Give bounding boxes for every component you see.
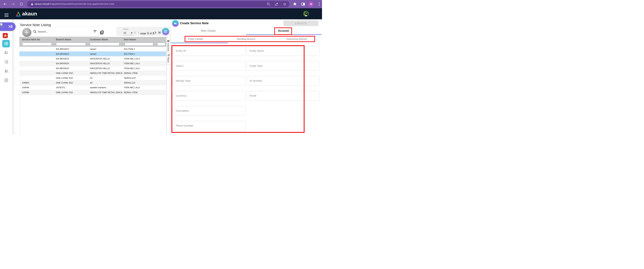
brand-wordmark: akaun [22, 11, 37, 16]
cell-customer: GRACEPOS HELLO [90, 61, 124, 66]
search-box[interactable]: Search... [29, 27, 98, 36]
table-body: IDA BRANCHname1IDA ITEM 2IDA BRANCHname1… [19, 47, 166, 95]
subtabs-highlight [185, 36, 315, 42]
add-service-note-button[interactable] [22, 28, 31, 37]
zoom-out-icon[interactable] [266, 1, 270, 7]
cell-no [22, 47, 56, 51]
person-group-icon [4, 70, 8, 72]
column-divider [153, 38, 154, 46]
select-dropdown-arrow[interactable] [130, 32, 133, 34]
sidebar-item-contacts[interactable] [0, 70, 12, 72]
cell-branch: 1NTEST1 [56, 85, 90, 90]
column-divider [122, 38, 122, 46]
cell-customer: wavelet solutions [90, 85, 124, 90]
cell-branch: ONE LIVING SS2 [56, 80, 90, 85]
column-filter-input-5[interactable] [157, 42, 165, 46]
cell-item: SERIAL-ITEM [124, 90, 158, 95]
table-row[interactable]: IDA BRANCHGRACEPOS HELLOITEM ABC LALA [19, 56, 166, 61]
table-row[interactable]: ONE LIVING SS2JHSERIAL123* [19, 76, 166, 80]
menu-dots-icon[interactable] [318, 1, 320, 7]
next-page-icon[interactable] [155, 31, 156, 34]
cell-branch: IDA BRANCH [56, 66, 90, 71]
cell-item: ITEM ABC LALA [124, 56, 158, 61]
tab-columns[interactable]: Columns [167, 39, 170, 53]
column-filter-input-4[interactable] [125, 42, 153, 46]
browser-profile-avatar[interactable]: N [308, 2, 314, 6]
column-filter-input-2[interactable] [56, 42, 86, 46]
column-header-branch-name[interactable]: Branch Name [56, 37, 71, 42]
extensions-puzzle-icon[interactable] [293, 1, 297, 7]
prev-page-icon[interactable] [138, 31, 140, 34]
rows-per-page-select[interactable]: 10 [123, 31, 126, 34]
bullet-list-icon [4, 60, 8, 63]
sidebar-item-customers[interactable] [0, 51, 12, 54]
last-page-icon[interactable] [158, 31, 160, 34]
side-panel-icon[interactable] [301, 1, 305, 7]
forward-icon[interactable] [11, 1, 15, 7]
hamburger-menu-icon[interactable] [4, 12, 8, 18]
applet-logo-pill[interactable]: logo [0, 22, 16, 31]
subtabs-underline [228, 43, 322, 43]
red-da-applet-icon[interactable] [3, 33, 8, 38]
share-icon[interactable] [275, 1, 278, 7]
column-filter-input-1[interactable] [22, 42, 52, 46]
tab-main-details[interactable]: Main Details [181, 29, 236, 32]
table-row[interactable]: IDA BRANCHname1IDA ITEM 2 [19, 47, 166, 52]
table-row[interactable]: 106500ONE LIVING SS2JHSERIAL123 [19, 80, 166, 85]
user-avatar-photo[interactable] [303, 11, 309, 16]
grid-view-button[interactable] [162, 28, 169, 35]
table-row[interactable]: 100099ONE LIVING SS2ABSOLUTE TIME RETAIL… [19, 90, 166, 95]
cell-customer: name1 [90, 52, 124, 56]
filter-list-icon[interactable] [93, 30, 97, 33]
akaun-triangle-logo[interactable] [16, 11, 21, 18]
url-path: /#/applet/tnt/wavelet/erp/internal-rma-a… [49, 2, 114, 5]
table-row[interactable]: IDA BRANCHGRACEPOS HELLOITEM ABC LALA [19, 61, 166, 66]
reload-icon[interactable] [19, 1, 24, 7]
create-button[interactable]: CREATE [284, 20, 318, 26]
cell-no [22, 52, 56, 56]
table-icon [4, 78, 8, 82]
back-icon[interactable] [4, 1, 7, 7]
back-button[interactable] [172, 20, 179, 26]
bookmark-star-icon[interactable] [283, 1, 286, 7]
page-title: Service Note Listing [20, 23, 51, 27]
browser-toolbar: akaun.cloud/#/applet/tnt/wavelet/erp/int… [0, 0, 322, 8]
column-header-customer-name[interactable]: Customer Name [90, 37, 108, 42]
tab-filters-label: Filters [167, 57, 170, 63]
column-header-service-note-no[interactable]: Service Note No [22, 37, 40, 42]
drawer-toggle-icon[interactable] [8, 25, 13, 29]
cell-customer: JH [90, 80, 124, 85]
cell-branch: IDA BRANCH [56, 56, 90, 61]
sidebar-item-listing[interactable] [0, 60, 12, 63]
cell-branch: IDA BRANCH [56, 52, 90, 56]
column-header-item-name[interactable]: Item Name [124, 37, 136, 42]
column-divider [88, 38, 88, 46]
active-subtab-indicator [171, 43, 228, 43]
select-underline [123, 35, 133, 35]
search-icon [33, 30, 37, 34]
duplicate-pages-icon[interactable]: 2 [100, 29, 104, 36]
cell-no: 106500 [22, 80, 56, 85]
first-page-icon[interactable] [134, 31, 136, 34]
sidebar-item-service-notes[interactable] [2, 40, 10, 48]
lock-icon [31, 1, 33, 7]
cell-no [22, 66, 56, 71]
tab-filters[interactable]: Filters [167, 53, 170, 65]
sidebar-item-records[interactable] [0, 78, 12, 82]
cell-no [22, 71, 56, 76]
form-fields-highlight [172, 45, 304, 133]
side-tab-strip: Columns Filters [166, 36, 170, 135]
table-row[interactable]: IDA BRANCHname1IDA ITEM 2 [19, 52, 166, 56]
column-divider [54, 38, 54, 46]
search-input[interactable]: Search... [38, 30, 48, 33]
table-row[interactable]: 1040441NTEST1wavelet solutionsITEM ABC L… [19, 85, 166, 90]
cell-item: ITEM ABC LALA [124, 85, 158, 90]
url-text[interactable]: akaun.cloud/#/applet/tnt/wavelet/erp/int… [35, 2, 114, 5]
column-filter-input-3[interactable] [90, 42, 120, 46]
table-row[interactable]: ONE LIVING SS2ABSOLUTE TIME RETAIL SDN B… [19, 71, 166, 76]
cell-no [22, 76, 56, 80]
table-row[interactable]: IDA BRANCHGRACEPOS HELLOITEM ABC LALA [19, 66, 166, 71]
tab-columns-label: Columns [167, 43, 170, 51]
cell-customer: JH [90, 76, 124, 80]
table-header: Service Note NoBranch NameCustomer NameI… [19, 37, 166, 42]
